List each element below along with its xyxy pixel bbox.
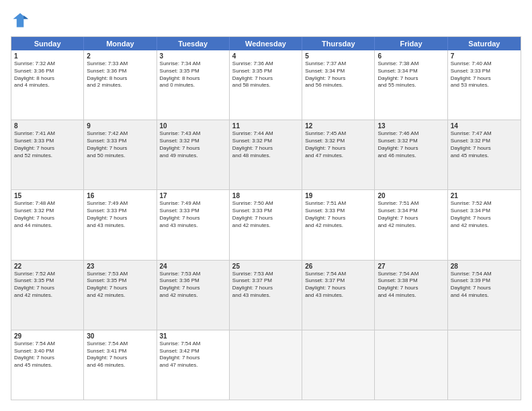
day-info: Sunrise: 7:52 AM Sunset: 3:34 PM Dayligh…	[451, 200, 518, 229]
calendar-cell: 29Sunrise: 7:54 AM Sunset: 3:40 PM Dayli…	[11, 330, 84, 400]
calendar-cell: 24Sunrise: 7:53 AM Sunset: 3:36 PM Dayli…	[157, 261, 230, 330]
calendar-cell: 25Sunrise: 7:53 AM Sunset: 3:37 PM Dayli…	[230, 261, 302, 330]
day-number: 18	[232, 192, 299, 199]
calendar: SundayMondayTuesdayWednesdayThursdayFrid…	[11, 36, 521, 400]
day-number: 15	[14, 192, 81, 199]
day-info: Sunrise: 7:40 AM Sunset: 3:33 PM Dayligh…	[451, 60, 518, 89]
calendar-cell: 17Sunrise: 7:49 AM Sunset: 3:33 PM Dayli…	[157, 190, 230, 259]
day-number: 8	[14, 122, 81, 130]
header-cell-tuesday: Tuesday	[157, 37, 230, 50]
day-number: 23	[87, 263, 153, 270]
calendar-row-3: 15Sunrise: 7:48 AM Sunset: 3:32 PM Dayli…	[11, 189, 521, 259]
day-number: 21	[451, 192, 518, 199]
calendar-cell: 11Sunrise: 7:44 AM Sunset: 3:32 PM Dayli…	[230, 120, 302, 189]
calendar-cell: 22Sunrise: 7:52 AM Sunset: 3:35 PM Dayli…	[11, 261, 84, 330]
day-number: 29	[14, 332, 81, 340]
day-number: 3	[160, 52, 226, 60]
day-info: Sunrise: 7:37 AM Sunset: 3:34 PM Dayligh…	[305, 60, 371, 89]
day-info: Sunrise: 7:48 AM Sunset: 3:32 PM Dayligh…	[14, 200, 81, 229]
day-number: 14	[451, 122, 518, 130]
day-number: 9	[87, 122, 153, 130]
calendar-cell: 5Sunrise: 7:37 AM Sunset: 3:34 PM Daylig…	[302, 50, 375, 120]
calendar-cell: 20Sunrise: 7:51 AM Sunset: 3:34 PM Dayli…	[375, 190, 447, 259]
day-number: 7	[451, 52, 518, 60]
logo	[11, 11, 32, 30]
day-info: Sunrise: 7:49 AM Sunset: 3:33 PM Dayligh…	[87, 200, 153, 229]
calendar-row-2: 8Sunrise: 7:41 AM Sunset: 3:33 PM Daylig…	[11, 120, 521, 189]
day-number: 24	[160, 263, 226, 270]
day-info: Sunrise: 7:53 AM Sunset: 3:37 PM Dayligh…	[232, 271, 299, 300]
calendar-cell: 18Sunrise: 7:50 AM Sunset: 3:33 PM Dayli…	[230, 190, 302, 259]
calendar-cell: 16Sunrise: 7:49 AM Sunset: 3:33 PM Dayli…	[84, 190, 157, 259]
calendar-cell: 15Sunrise: 7:48 AM Sunset: 3:32 PM Dayli…	[11, 190, 84, 259]
calendar-cell	[230, 330, 302, 400]
day-number: 28	[451, 263, 518, 270]
day-number: 27	[378, 263, 444, 270]
calendar-cell: 1Sunrise: 7:32 AM Sunset: 3:36 PM Daylig…	[11, 50, 84, 120]
day-info: Sunrise: 7:34 AM Sunset: 3:35 PM Dayligh…	[160, 60, 226, 89]
day-info: Sunrise: 7:43 AM Sunset: 3:32 PM Dayligh…	[160, 130, 226, 159]
header-cell-monday: Monday	[84, 37, 157, 50]
day-info: Sunrise: 7:53 AM Sunset: 3:36 PM Dayligh…	[160, 271, 226, 300]
day-info: Sunrise: 7:51 AM Sunset: 3:33 PM Dayligh…	[305, 200, 371, 229]
header-cell-wednesday: Wednesday	[230, 37, 302, 50]
day-info: Sunrise: 7:54 AM Sunset: 3:39 PM Dayligh…	[451, 271, 518, 300]
day-info: Sunrise: 7:51 AM Sunset: 3:34 PM Dayligh…	[378, 200, 444, 229]
day-number: 2	[87, 52, 153, 60]
day-number: 6	[378, 52, 444, 60]
header-cell-thursday: Thursday	[302, 37, 375, 50]
day-info: Sunrise: 7:36 AM Sunset: 3:35 PM Dayligh…	[232, 60, 299, 89]
calendar-cell	[375, 330, 447, 400]
calendar-cell: 6Sunrise: 7:38 AM Sunset: 3:34 PM Daylig…	[375, 50, 447, 120]
calendar-cell: 30Sunrise: 7:54 AM Sunset: 3:41 PM Dayli…	[84, 330, 157, 400]
day-number: 16	[87, 192, 153, 199]
day-info: Sunrise: 7:49 AM Sunset: 3:33 PM Dayligh…	[160, 200, 226, 229]
calendar-cell: 23Sunrise: 7:53 AM Sunset: 3:35 PM Dayli…	[84, 261, 157, 330]
day-number: 30	[87, 332, 153, 340]
day-number: 1	[14, 52, 81, 60]
calendar-cell: 9Sunrise: 7:42 AM Sunset: 3:33 PM Daylig…	[84, 120, 157, 189]
day-number: 4	[232, 52, 299, 60]
header-cell-friday: Friday	[375, 37, 447, 50]
day-number: 12	[305, 122, 371, 130]
day-info: Sunrise: 7:41 AM Sunset: 3:33 PM Dayligh…	[14, 130, 81, 159]
day-number: 22	[14, 263, 81, 270]
calendar-cell: 14Sunrise: 7:47 AM Sunset: 3:32 PM Dayli…	[448, 120, 521, 189]
calendar-body: 1Sunrise: 7:32 AM Sunset: 3:36 PM Daylig…	[11, 50, 521, 400]
calendar-cell: 31Sunrise: 7:54 AM Sunset: 3:42 PM Dayli…	[157, 330, 230, 400]
day-number: 13	[378, 122, 444, 130]
day-info: Sunrise: 7:53 AM Sunset: 3:35 PM Dayligh…	[87, 271, 153, 300]
day-number: 17	[160, 192, 226, 199]
calendar-cell: 7Sunrise: 7:40 AM Sunset: 3:33 PM Daylig…	[448, 50, 521, 120]
day-info: Sunrise: 7:54 AM Sunset: 3:37 PM Dayligh…	[305, 271, 371, 300]
day-info: Sunrise: 7:54 AM Sunset: 3:41 PM Dayligh…	[87, 340, 153, 369]
day-info: Sunrise: 7:47 AM Sunset: 3:32 PM Dayligh…	[451, 130, 518, 159]
calendar-row-1: 1Sunrise: 7:32 AM Sunset: 3:36 PM Daylig…	[11, 50, 521, 120]
svg-marker-1	[24, 15, 28, 19]
day-number: 26	[305, 263, 371, 270]
header-cell-sunday: Sunday	[11, 37, 84, 50]
calendar-cell: 4Sunrise: 7:36 AM Sunset: 3:35 PM Daylig…	[230, 50, 302, 120]
logo-icon	[11, 11, 30, 30]
svg-marker-0	[13, 13, 28, 28]
day-info: Sunrise: 7:42 AM Sunset: 3:33 PM Dayligh…	[87, 130, 153, 159]
calendar-cell: 12Sunrise: 7:45 AM Sunset: 3:32 PM Dayli…	[302, 120, 375, 189]
day-info: Sunrise: 7:33 AM Sunset: 3:36 PM Dayligh…	[87, 60, 153, 89]
day-info: Sunrise: 7:54 AM Sunset: 3:42 PM Dayligh…	[160, 340, 226, 369]
day-number: 31	[160, 332, 226, 340]
calendar-header: SundayMondayTuesdayWednesdayThursdayFrid…	[11, 37, 521, 50]
day-info: Sunrise: 7:46 AM Sunset: 3:32 PM Dayligh…	[378, 130, 444, 159]
calendar-cell	[448, 330, 521, 400]
day-info: Sunrise: 7:52 AM Sunset: 3:35 PM Dayligh…	[14, 271, 81, 300]
day-info: Sunrise: 7:45 AM Sunset: 3:32 PM Dayligh…	[305, 130, 371, 159]
header	[11, 11, 521, 30]
day-info: Sunrise: 7:54 AM Sunset: 3:38 PM Dayligh…	[378, 271, 444, 300]
calendar-cell: 21Sunrise: 7:52 AM Sunset: 3:34 PM Dayli…	[448, 190, 521, 259]
calendar-cell: 3Sunrise: 7:34 AM Sunset: 3:35 PM Daylig…	[157, 50, 230, 120]
day-number: 5	[305, 52, 371, 60]
calendar-cell: 13Sunrise: 7:46 AM Sunset: 3:32 PM Dayli…	[375, 120, 447, 189]
calendar-cell: 27Sunrise: 7:54 AM Sunset: 3:38 PM Dayli…	[375, 261, 447, 330]
calendar-cell: 19Sunrise: 7:51 AM Sunset: 3:33 PM Dayli…	[302, 190, 375, 259]
day-info: Sunrise: 7:54 AM Sunset: 3:40 PM Dayligh…	[14, 340, 81, 369]
day-number: 11	[232, 122, 299, 130]
